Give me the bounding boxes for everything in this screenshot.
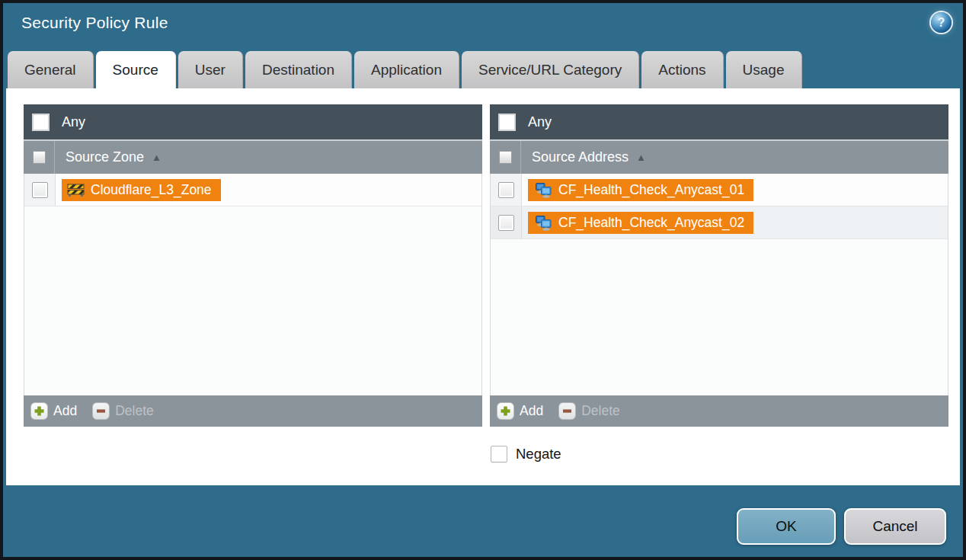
row-checkbox[interactable] xyxy=(32,182,48,198)
address-icon xyxy=(533,182,552,198)
help-icon[interactable]: ? xyxy=(931,12,952,33)
source-zone-delete-button[interactable]: Delete xyxy=(92,402,154,420)
source-zone-entry-label: Cloudflare_L3_Zone xyxy=(91,182,212,198)
add-plus-icon xyxy=(497,402,514,420)
source-address-any-checkbox[interactable] xyxy=(498,114,516,131)
source-zone-any-label: Any xyxy=(62,114,85,130)
source-zone-add-button[interactable]: Add xyxy=(30,402,77,420)
source-address-toolbar: Add Delete xyxy=(490,395,948,427)
row-checkbox[interactable] xyxy=(498,182,514,198)
source-zone-entry[interactable]: Cloudflare_L3_Zone xyxy=(62,179,221,201)
source-address-any-label: Any xyxy=(528,114,552,130)
source-zone-list: Cloudflare_L3_Zone xyxy=(24,174,482,395)
row-checkbox[interactable] xyxy=(498,215,514,231)
tab-user[interactable]: User xyxy=(178,51,243,88)
tab-application[interactable]: Application xyxy=(354,51,459,88)
zone-icon xyxy=(67,183,85,197)
tab-bar: General Source User Destination Applicat… xyxy=(8,51,802,88)
source-address-list: CF_Health_Check_Anycast_01 xyxy=(490,174,948,395)
negate-label: Negate xyxy=(516,446,561,462)
dialog-title: Security Policy Rule xyxy=(21,14,168,32)
source-zone-any-checkbox[interactable] xyxy=(32,114,50,131)
source-address-entry-label: CF_Health_Check_Anycast_01 xyxy=(558,182,744,198)
source-address-entry[interactable]: CF_Health_Check_Anycast_02 xyxy=(528,212,753,234)
source-address-add-button[interactable]: Add xyxy=(497,402,543,420)
tab-usage[interactable]: Usage xyxy=(726,51,802,88)
source-zone-panel: Any Source Zone ▲ xyxy=(24,104,482,427)
tab-actions[interactable]: Actions xyxy=(641,51,723,88)
source-address-any-row: Any xyxy=(490,104,948,139)
sort-ascending-icon[interactable]: ▲ xyxy=(152,152,162,163)
tab-general[interactable]: General xyxy=(8,51,94,88)
source-zone-toolbar: Add Delete xyxy=(24,395,482,427)
delete-minus-icon xyxy=(92,402,110,420)
source-address-delete-button[interactable]: Delete xyxy=(558,402,620,420)
negate-checkbox[interactable] xyxy=(491,446,507,462)
source-zone-select-all-checkbox[interactable] xyxy=(33,151,46,164)
source-zone-any-row: Any xyxy=(24,104,482,139)
table-row: CF_Health_Check_Anycast_02 xyxy=(491,206,948,239)
source-address-column-header-row: Source Address ▲ xyxy=(490,139,948,174)
source-zone-column-header-row: Source Zone ▲ xyxy=(24,139,482,174)
negate-option: Negate xyxy=(491,446,561,462)
source-address-column-header[interactable]: Source Address xyxy=(532,149,629,165)
source-address-select-all-checkbox[interactable] xyxy=(499,151,512,164)
source-address-entry[interactable]: CF_Health_Check_Anycast_01 xyxy=(528,179,753,201)
security-policy-rule-dialog: Security Policy Rule ? General Source Us… xyxy=(0,0,966,560)
ok-button[interactable]: OK xyxy=(737,508,836,545)
cancel-button[interactable]: Cancel xyxy=(844,508,946,545)
source-zone-column-header[interactable]: Source Zone xyxy=(66,149,144,165)
source-tab-content: Any Source Zone ▲ xyxy=(6,88,960,485)
sort-ascending-icon[interactable]: ▲ xyxy=(636,152,646,163)
source-address-entry-label: CF_Health_Check_Anycast_02 xyxy=(558,215,744,231)
delete-minus-icon xyxy=(558,402,576,420)
add-plus-icon xyxy=(30,402,48,420)
address-icon xyxy=(533,215,552,231)
tab-source[interactable]: Source xyxy=(96,51,176,88)
table-row: CF_Health_Check_Anycast_01 xyxy=(491,174,948,206)
tab-destination[interactable]: Destination xyxy=(245,51,352,88)
source-address-panel: Any Source Address ▲ xyxy=(490,104,948,427)
table-row: Cloudflare_L3_Zone xyxy=(24,174,481,206)
tab-service-url-category[interactable]: Service/URL Category xyxy=(462,51,639,88)
